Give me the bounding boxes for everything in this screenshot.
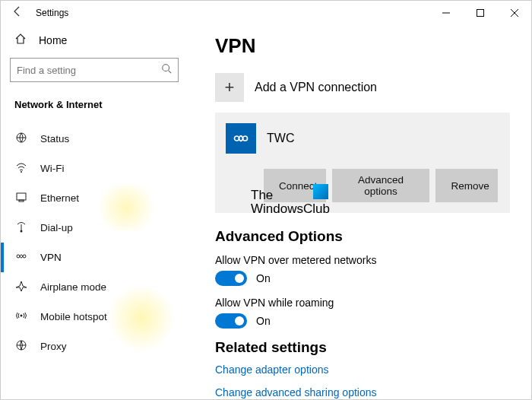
metered-toggle-state: On <box>256 272 271 284</box>
sidebar-item-hotspot[interactable]: Mobile hotspot <box>10 302 179 332</box>
minimize-button[interactable] <box>429 1 463 25</box>
roaming-toggle[interactable] <box>215 313 247 329</box>
ethernet-icon <box>14 191 28 205</box>
sidebar-home[interactable]: Home <box>10 25 179 58</box>
sidebar-item-label: Proxy <box>40 341 67 352</box>
add-vpn-label: Add a VPN connection <box>255 81 377 94</box>
title-bar: Settings <box>1 1 531 25</box>
sidebar-item-airplane[interactable]: Airplane mode <box>10 272 179 302</box>
vpn-connection-card[interactable]: TWC Connect Advanced options Remove <box>215 113 510 213</box>
add-icon: + <box>215 73 244 102</box>
vpn-icon <box>14 250 28 265</box>
svg-point-13 <box>23 255 26 258</box>
metered-toggle[interactable] <box>215 271 247 286</box>
sidebar-item-label: Ethernet <box>40 192 79 204</box>
dialup-icon <box>14 221 28 235</box>
roaming-label: Allow VPN while roaming <box>215 297 510 309</box>
sidebar-item-label: Status <box>40 133 69 144</box>
sidebar: Home Network & Internet Status Wi-Fi Eth… <box>1 25 188 399</box>
hotspot-icon <box>14 310 28 324</box>
related-settings-heading: Related settings <box>215 339 510 356</box>
main-content: VPN + Add a VPN connection TWC Connect A… <box>188 25 531 399</box>
sidebar-section-title: Network & Internet <box>10 96 179 124</box>
sidebar-item-dialup[interactable]: Dial-up <box>10 213 179 243</box>
svg-point-8 <box>21 171 22 173</box>
link-sharing-options[interactable]: Change advanced sharing options <box>215 386 510 398</box>
page-title: VPN <box>215 34 510 58</box>
status-icon <box>14 132 28 146</box>
window-title: Settings <box>36 8 68 18</box>
svg-point-4 <box>163 65 169 71</box>
svg-point-14 <box>21 315 23 317</box>
search-box[interactable] <box>10 58 179 82</box>
sidebar-home-label: Home <box>39 34 67 46</box>
svg-point-17 <box>234 136 239 141</box>
back-button[interactable] <box>7 5 28 21</box>
sidebar-item-label: Airplane mode <box>40 281 106 293</box>
search-icon <box>161 63 172 77</box>
sidebar-item-proxy[interactable]: Proxy <box>10 332 179 361</box>
sidebar-nav: Status Wi-Fi Ethernet Dial-up VPN Airpla… <box>10 124 179 361</box>
wifi-icon <box>14 161 28 176</box>
remove-button[interactable]: Remove <box>435 169 498 202</box>
svg-rect-10 <box>19 200 24 202</box>
sidebar-item-vpn[interactable]: VPN <box>10 243 179 272</box>
close-button[interactable] <box>497 1 531 25</box>
search-input[interactable] <box>17 65 161 76</box>
connect-button[interactable]: Connect <box>264 169 326 202</box>
sidebar-item-ethernet[interactable]: Ethernet <box>10 183 179 213</box>
maximize-button[interactable] <box>463 1 497 25</box>
sidebar-item-label: Mobile hotspot <box>40 311 107 322</box>
roaming-toggle-state: On <box>256 315 271 327</box>
svg-rect-1 <box>477 10 483 17</box>
svg-point-11 <box>21 230 23 233</box>
svg-line-5 <box>169 71 172 74</box>
home-icon <box>14 33 27 47</box>
svg-point-12 <box>17 255 20 258</box>
settings-window: Settings Home Network & Internet Status … <box>0 0 532 400</box>
sidebar-item-status[interactable]: Status <box>10 124 179 154</box>
vpn-connection-name: TWC <box>267 132 294 145</box>
proxy-icon <box>14 339 28 354</box>
link-adapter-options[interactable]: Change adapter options <box>215 363 510 376</box>
advanced-options-button[interactable]: Advanced options <box>332 169 430 202</box>
svg-rect-9 <box>17 193 26 200</box>
add-vpn-row[interactable]: + Add a VPN connection <box>215 73 510 102</box>
vpn-connection-icon <box>226 123 256 154</box>
sidebar-item-label: VPN <box>40 252 62 263</box>
airplane-icon <box>14 280 28 294</box>
sidebar-item-label: Dial-up <box>40 222 73 233</box>
sidebar-item-wifi[interactable]: Wi-Fi <box>10 154 179 183</box>
metered-label: Allow VPN over metered networks <box>215 254 510 266</box>
sidebar-item-label: Wi-Fi <box>40 163 64 174</box>
advanced-options-heading: Advanced Options <box>215 228 510 245</box>
